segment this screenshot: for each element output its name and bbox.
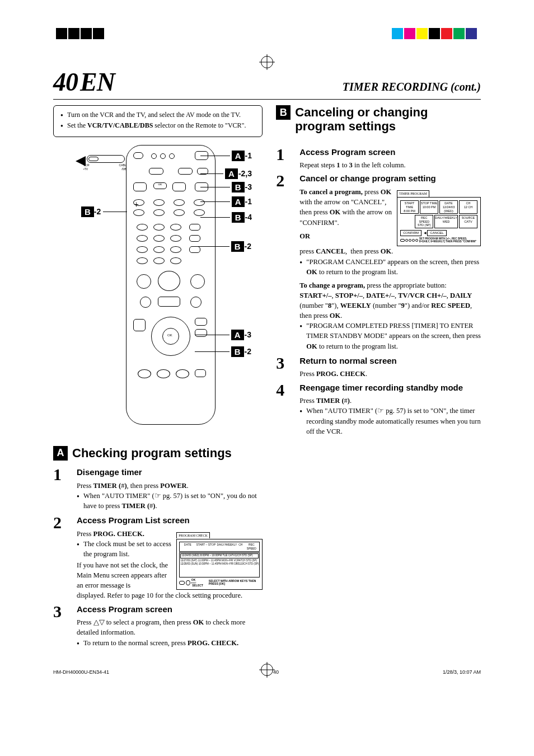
section-title: TIMER RECORDING (cont.) [343, 81, 481, 93]
note-2: Set the VCR/TV/CABLE/DBS selector on the… [67, 121, 246, 130]
footer-left: HM-DH40000U-EN34-41 [53, 669, 109, 675]
step-a3-body: Press △▽ to select a program, then press… [77, 617, 263, 637]
osd-timer-program: START TIME8:00 PM STOP TIME10:00 PM DATE… [397, 197, 481, 246]
section-a-badge: A [53, 446, 68, 461]
step-b1-title: Access Program screen [299, 146, 481, 158]
page-footer: HM-DH40000U-EN34-41 40 1/28/3, 10:07 AM [53, 669, 481, 675]
step-a3-number: 3 [53, 603, 77, 649]
callout-b3: B [232, 182, 245, 192]
callout-a1b: A [232, 196, 245, 207]
callout-a1: A [232, 151, 245, 161]
step-b2-cancel-bullet: "PROGRAM CANCELED" appears on the screen… [306, 257, 481, 277]
step-a3-title: Access Program screen [77, 603, 263, 616]
step-a2-body: Press PROG. CHECK. [77, 529, 172, 539]
step-b3-number: 3 [276, 355, 299, 379]
note-1: Turn on the VCR and the TV, and select t… [67, 110, 241, 120]
step-b3-body: Press PROG. CHECK. [299, 369, 481, 379]
step-b2-cancel: To cancel a program, press OK with the a… [299, 187, 392, 228]
step-b2-or-body: press CANCEL, then press OK. [299, 246, 481, 256]
step-b2-change: To change a program, press the appropria… [299, 280, 481, 321]
callout-b2b: B [231, 241, 244, 252]
remote-illustration: VCR CABLE •TV /DBS [53, 145, 263, 436]
step-a3-bullet: To return to the normal screen, press PR… [83, 638, 238, 648]
step-b3-title: Return to normal screen [299, 355, 481, 367]
step-b4-number: 4 [276, 382, 299, 438]
footer-center: 40 [273, 669, 279, 675]
step-b2-number: 2 [276, 172, 299, 352]
section-a-title: Checking program settings [72, 446, 263, 460]
step-a1-bullet: When "AUTO TIMER" (☞ pg. 57) is set to "… [83, 491, 263, 511]
step-a1-title: Disengage timer [77, 466, 263, 478]
callout-b2c: B [231, 346, 244, 357]
page-number-suffix: EN [80, 68, 115, 96]
step-a1-body: Press TIMER (#), then press POWER. [77, 481, 263, 491]
step-a2-title: Access Program List screen [77, 514, 263, 527]
callout-a23: A [225, 168, 238, 179]
step-a2-number: 2 [53, 514, 77, 601]
step-b4-bullet: When "AUTO TIMER" (☞ pg. 57) is set to "… [306, 406, 481, 436]
step-b1-body: Repeat steps 1 to 3 in the left column. [299, 160, 481, 170]
footer-right: 1/28/3, 10:07 AM [443, 669, 481, 675]
step-a1-number: 1 [53, 466, 77, 512]
step-b4-body: Press TIMER (#). [299, 396, 481, 406]
step-b2-title: Cancel or change program setting [299, 172, 481, 185]
callout-b4: B [232, 212, 245, 223]
step-b1-number: 1 [276, 146, 299, 171]
section-b-badge: B [276, 105, 291, 120]
step-a2-after-2: displayed. Refer to page 10 for the cloc… [77, 590, 263, 600]
prerequisite-notes: Turn on the VCR and the TV, and select t… [53, 105, 263, 137]
osd-timer-tab: TIMER PROGRAM [397, 190, 429, 197]
osd-program-check-tab: PROGRAM CHECK [176, 532, 210, 539]
section-b-title: Canceling or changing program settings [295, 105, 481, 134]
step-a2-bullet: The clock must be set to access the prog… [83, 539, 172, 559]
mode-selector-switch: VCR CABLE •TV /DBS [76, 153, 132, 170]
step-b2-change-bullet: "PROGRAM COMPLETED PRESS [TIMER] TO ENTE… [306, 321, 481, 351]
page-number-digits: 40 [53, 68, 78, 96]
step-b2-or: OR [299, 232, 310, 240]
page-number: 40 EN [53, 67, 115, 97]
step-a2-after-1: If you have not set the clock, the Main … [77, 560, 172, 590]
callout-a3: A [231, 330, 244, 340]
step-b4-title: Reengage timer recording standby mode [299, 382, 481, 394]
osd-program-check: DATE START – STOP DAILY/WEEKLY CH REC SP… [176, 539, 263, 590]
callout-b2a: B [81, 206, 94, 217]
